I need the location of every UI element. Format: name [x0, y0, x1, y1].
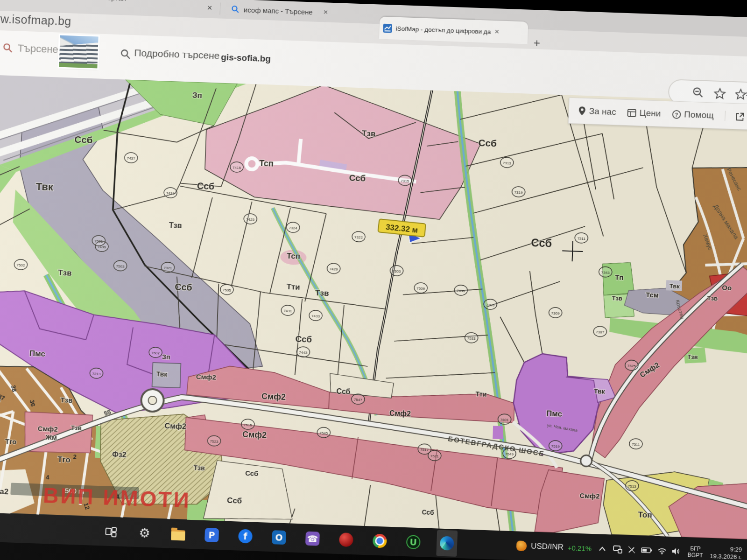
tab-search[interactable]: исоф мапс - Търсене × — [226, 1, 376, 22]
zone-label: Тго — [5, 437, 17, 446]
search-icon — [2, 42, 13, 53]
parcel-number: 7303 — [392, 269, 401, 274]
zone-label: 4 — [46, 474, 50, 481]
tab-title: iSofMap - достъп до цифрови да — [395, 25, 491, 35]
zoom-out-icon[interactable] — [692, 86, 705, 99]
zone-label: Ссб — [531, 236, 552, 250]
device-icon[interactable] — [613, 545, 623, 553]
zone-label: Твк — [156, 370, 168, 378]
zone-label: Тп — [615, 273, 624, 281]
menu-item-prices[interactable]: Цени — [627, 107, 661, 119]
stock-ticker[interactable]: USD/INR +0.21% — [516, 540, 592, 553]
parcel-number: 7601 — [500, 418, 509, 422]
outlook-app[interactable]: O — [268, 524, 290, 551]
volume-icon[interactable] — [672, 547, 681, 555]
edge-app-icon — [440, 536, 454, 551]
parcel-number: 7549 — [505, 452, 514, 456]
parcel-number: 7502 — [16, 263, 25, 268]
battery-icon[interactable] — [641, 547, 652, 554]
zone-label: Оо — [722, 283, 732, 292]
parcel-number: 7431 — [283, 309, 292, 314]
red-app[interactable] — [335, 526, 357, 553]
parcel-number: 7322 — [354, 235, 363, 240]
pen-disabled-icon[interactable] — [627, 546, 636, 554]
detailed-search-link[interactable]: Подробно търсене — [134, 47, 220, 61]
parcel-number: 7517 — [420, 448, 429, 452]
p-app-icon: P — [204, 528, 219, 542]
zone-label: Ссб — [74, 134, 93, 145]
chrome-app[interactable] — [369, 527, 390, 554]
zone-label: Са2 — [0, 487, 9, 496]
menu-item-about[interactable]: За нас — [578, 105, 616, 117]
zone-label: Зп — [162, 353, 170, 361]
zone-label: Ссб — [349, 173, 366, 183]
zone-label: Тго — [57, 455, 70, 464]
menu-item-eservices[interactable]: Електронни услуги — [725, 111, 747, 125]
outlook-app-icon: O — [272, 530, 286, 545]
price-list-icon — [627, 109, 636, 117]
zone-label: Смф2 — [37, 424, 58, 433]
p-app[interactable]: P — [201, 522, 223, 549]
zone-label: Смф2 — [242, 430, 267, 440]
zone-label: Тзв — [687, 353, 698, 361]
file-explorer-app-icon — [171, 530, 185, 540]
clock[interactable]: 9:29 19.3.2026 г. — [710, 545, 742, 560]
new-tab-button[interactable]: + — [529, 36, 544, 50]
parcel-number: 7521 — [430, 454, 439, 459]
parcel-number: 7505 — [223, 288, 232, 293]
parcel-number: 7513 — [628, 484, 637, 489]
chrome-app-icon — [373, 534, 387, 548]
parcel-number: 7507 — [151, 351, 160, 356]
parcel-number: 7315 — [401, 179, 409, 183]
zone-label: Тсп — [259, 159, 274, 168]
collections-icon[interactable] — [735, 88, 747, 101]
zone-label: Пмс — [546, 409, 563, 418]
zone-label: Жм — [45, 433, 57, 441]
facebook-app[interactable]: f — [235, 523, 256, 550]
zone-label: Тзв — [707, 294, 718, 302]
parcel-number: 7319 — [514, 190, 523, 195]
tab-divider — [220, 3, 221, 15]
map-canvas[interactable]: 332.32 м БОТЕВГРАДСКО ШОСЕ 7437741574397… — [0, 75, 747, 540]
system-tray: USD/INR +0.21% БГР BGPT 9:29 19.3.2026 г… — [516, 538, 747, 560]
watermark: ВИП ИМОТИ — [42, 483, 191, 512]
parcel-number: 7321 — [163, 266, 172, 271]
wifi-icon[interactable] — [657, 547, 667, 554]
background-tab[interactable]: ...ортал — [101, 0, 126, 2]
gis-sofia-logo[interactable] — [59, 35, 98, 69]
parcel-number: 7503 — [116, 264, 125, 269]
parcel-number: 7439 — [166, 191, 175, 196]
zone-label: Ссб — [295, 334, 312, 344]
close-tab-icon[interactable]: × — [494, 27, 500, 36]
zone-label: Смф2 — [261, 392, 286, 402]
viber-app-icon: ☎ — [305, 532, 320, 546]
settings-app-icon: ⚙ — [139, 526, 150, 539]
zone-label: Тзв — [193, 464, 205, 472]
language-indicator[interactable]: БГР BGPT — [688, 545, 704, 559]
utorrent-app-icon: U — [406, 535, 421, 549]
zone-label: Тсп — [287, 252, 301, 261]
edge-app[interactable] — [436, 530, 458, 557]
favorites-star-icon[interactable] — [713, 87, 726, 100]
zone-label: Твк — [35, 181, 54, 193]
task-view-button[interactable] — [100, 518, 122, 545]
zone-label: Зп — [192, 91, 203, 100]
zone-label: Ссб — [336, 387, 351, 396]
parcel-number: 7429 — [330, 267, 338, 272]
parcel-number: 7515 — [244, 423, 253, 427]
tray-chevron-icon[interactable] — [599, 546, 606, 552]
file-explorer-app[interactable] — [168, 520, 189, 547]
zone-label: Ссб — [175, 282, 192, 293]
external-link-icon — [735, 112, 745, 121]
zone-label: Тзв — [169, 221, 182, 230]
zone-label: Смф2 — [164, 422, 186, 431]
parcel-number: 7343 — [601, 270, 610, 275]
parcel-number: 7305 — [486, 303, 495, 308]
viber-app[interactable]: ☎ — [302, 525, 323, 552]
tab-title: исоф мапс - Търсене — [244, 6, 313, 16]
close-tab-icon[interactable]: × — [204, 2, 216, 14]
settings-app[interactable]: ⚙ — [134, 519, 155, 546]
utorrent-app[interactable]: U — [402, 529, 424, 556]
menu-item-help[interactable]: ? Помощ — [672, 109, 714, 120]
close-tab-icon[interactable]: × — [323, 7, 328, 17]
